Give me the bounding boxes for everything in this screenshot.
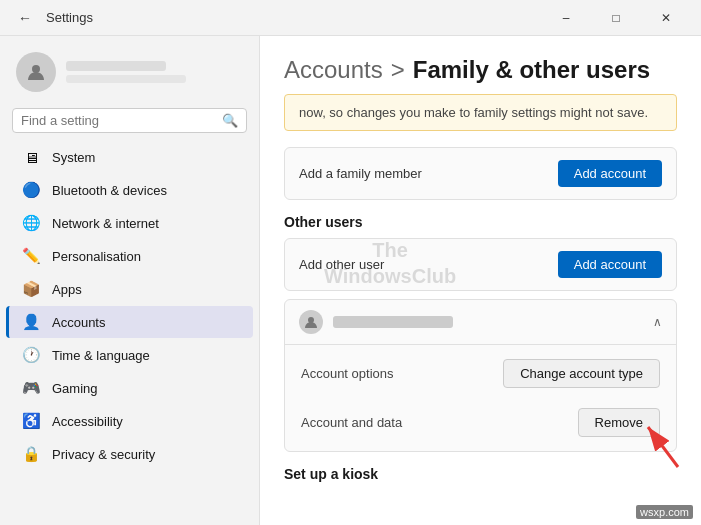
sidebar-item-accounts[interactable]: 👤Accounts [6,306,253,338]
svg-point-0 [32,65,40,73]
family-member-label: Add a family member [299,166,422,181]
user-info [299,310,453,334]
sidebar-item-network[interactable]: 🌐Network & internet [6,207,253,239]
apps-icon: 📦 [22,280,40,298]
time-icon: 🕐 [22,346,40,364]
chevron-up-icon: ∧ [653,315,662,329]
bluetooth-icon: 🔵 [22,181,40,199]
sidebar-item-label-time: Time & language [52,348,150,363]
sidebar-item-label-apps: Apps [52,282,82,297]
profile-info [66,61,186,83]
account-options-label: Account options [301,366,394,381]
sidebar-item-apps[interactable]: 📦Apps [6,273,253,305]
add-other-user-button[interactable]: Add account [558,251,662,278]
bottom-watermark: wsxp.com [636,505,693,519]
system-icon: 🖥 [22,148,40,166]
content-area: The WindowsClub Accounts > Family & othe… [260,36,701,525]
sidebar-item-label-network: Network & internet [52,216,159,231]
sidebar-item-privacy[interactable]: 🔒Privacy & security [6,438,253,470]
add-other-user-row: Add other user Add account [284,238,677,291]
sidebar-item-gaming[interactable]: 🎮Gaming [6,372,253,404]
sidebar-item-time[interactable]: 🕐Time & language [6,339,253,371]
gaming-icon: 🎮 [22,379,40,397]
change-account-type-button[interactable]: Change account type [503,359,660,388]
sidebar-item-accessibility[interactable]: ♿Accessibility [6,405,253,437]
maximize-button[interactable]: □ [593,4,639,32]
page-header: Accounts > Family & other users [284,56,677,84]
user-name-blur [333,316,453,328]
search-box[interactable]: 🔍 [12,108,247,133]
network-icon: 🌐 [22,214,40,232]
sidebar-item-label-personalisation: Personalisation [52,249,141,264]
avatar [16,52,56,92]
sidebar-nav: 🖥System🔵Bluetooth & devices🌐Network & in… [0,141,259,470]
window-controls: – □ ✕ [543,4,689,32]
add-family-button[interactable]: Add account [558,160,662,187]
sidebar-item-personalisation[interactable]: ✏️Personalisation [6,240,253,272]
user-block: ∧ Account options Change account type Ac… [284,299,677,452]
back-button[interactable]: ← [12,6,38,30]
close-button[interactable]: ✕ [643,4,689,32]
sidebar-item-label-privacy: Privacy & security [52,447,155,462]
user-avatar [299,310,323,334]
breadcrumb-parent: Accounts [284,56,383,84]
minimize-button[interactable]: – [543,4,589,32]
user-block-header[interactable]: ∧ [285,300,676,344]
sidebar-item-label-bluetooth: Bluetooth & devices [52,183,167,198]
app-title: Settings [46,10,93,25]
remove-button-wrapper: Remove [578,408,660,437]
family-member-row: Add a family member Add account [284,147,677,200]
account-data-label: Account and data [301,415,402,430]
account-options-row: Account options Change account type [285,349,676,398]
privacy-icon: 🔒 [22,445,40,463]
account-data-row: Account and data Remove [285,398,676,447]
accounts-icon: 👤 [22,313,40,331]
profile-name [66,61,166,71]
sidebar-profile [0,44,259,104]
sidebar-item-label-accessibility: Accessibility [52,414,123,429]
sidebar: 🔍 🖥System🔵Bluetooth & devices🌐Network & … [0,36,260,525]
sidebar-item-system[interactable]: 🖥System [6,141,253,173]
sidebar-item-label-gaming: Gaming [52,381,98,396]
search-input[interactable] [21,113,216,128]
breadcrumb-separator: > [391,56,405,84]
titlebar: ← Settings – □ ✕ [0,0,701,36]
add-other-user-label: Add other user [299,257,384,272]
sidebar-item-bluetooth[interactable]: 🔵Bluetooth & devices [6,174,253,206]
other-users-title: Other users [284,214,677,230]
user-options: Account options Change account type Acco… [285,344,676,451]
sidebar-item-label-accounts: Accounts [52,315,105,330]
warning-banner: now, so changes you make to family setti… [284,94,677,131]
content-wrapper: The WindowsClub Accounts > Family & othe… [284,56,677,482]
search-icon: 🔍 [222,113,238,128]
accessibility-icon: ♿ [22,412,40,430]
personalisation-icon: ✏️ [22,247,40,265]
sidebar-item-label-system: System [52,150,95,165]
profile-email [66,75,186,83]
page-title: Family & other users [413,56,650,84]
kiosk-title: Set up a kiosk [284,466,677,482]
remove-button[interactable]: Remove [578,408,660,437]
